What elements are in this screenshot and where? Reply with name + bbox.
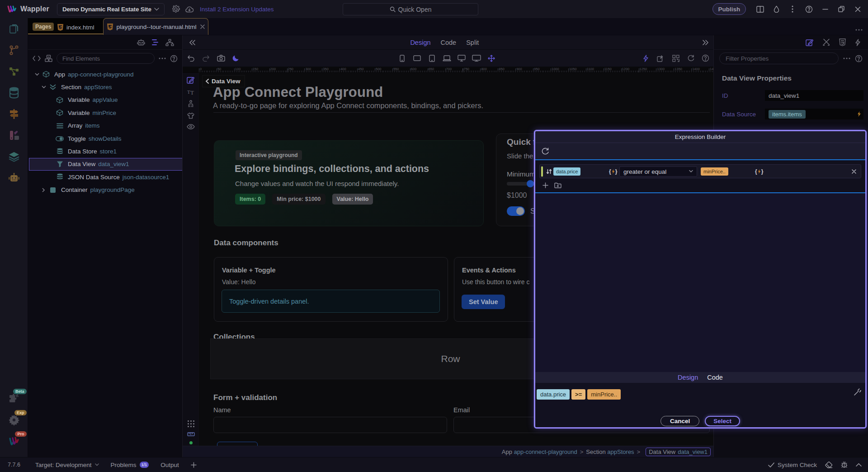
tree-item-json-datasource1[interactable]: JSON Data Sourcejson-datasource1 — [28, 171, 182, 183]
left-operand-chip[interactable]: data.price — [553, 167, 580, 176]
device-fluid-icon[interactable] — [487, 55, 496, 62]
refresh-expression-icon[interactable] — [541, 148, 549, 155]
panel-options-button[interactable] — [855, 25, 863, 32]
device-desktop-large-icon[interactable] — [472, 55, 481, 62]
menu-button[interactable] — [785, 2, 800, 16]
design-help-icon[interactable] — [701, 54, 710, 62]
extensions-download-button[interactable] — [183, 3, 196, 15]
clean-icon[interactable] — [825, 462, 833, 468]
crumb-section[interactable]: Section appStores — [586, 448, 634, 455]
tree-help-icon[interactable] — [170, 55, 178, 62]
settings-button[interactable] — [169, 3, 183, 15]
binding-picker-icon[interactable]: {} — [609, 168, 617, 175]
text-format-icon[interactable]: TT — [187, 89, 194, 95]
collapse-right-icon[interactable] — [702, 40, 709, 45]
tab-design[interactable]: Design — [678, 374, 698, 381]
sidebar-layers-icon[interactable] — [0, 146, 28, 167]
show-toggle[interactable] — [507, 206, 525, 216]
components-icon[interactable] — [45, 55, 52, 62]
undo-icon[interactable] — [184, 55, 198, 62]
qr-code-icon[interactable] — [671, 54, 680, 62]
props-help-icon[interactable] — [855, 55, 863, 62]
edit-page-icon[interactable] — [187, 76, 194, 84]
minimize-button[interactable] — [817, 2, 833, 16]
data-source-input[interactable]: items.items — [765, 109, 863, 119]
device-desktop-icon[interactable] — [457, 55, 466, 62]
help-button[interactable] — [801, 2, 816, 16]
events-bolt-icon[interactable] — [855, 39, 861, 46]
sidebar-wappler-icon[interactable]: Pro — [0, 430, 28, 452]
code-view-icon[interactable] — [33, 56, 41, 61]
system-check-button[interactable]: System Check — [768, 462, 817, 468]
css-icon[interactable] — [839, 38, 846, 46]
tree-item-appValue[interactable]: VariableappValue — [28, 94, 182, 106]
sidebar-puzzle-icon[interactable]: Beta — [0, 388, 28, 409]
tree-item-items[interactable]: Arrayitems — [28, 119, 182, 132]
tree-item-minPrice[interactable]: VariableminPrice — [28, 106, 182, 119]
actions-bolt-icon[interactable] — [642, 54, 650, 62]
sidebar-routes-icon[interactable] — [0, 103, 28, 124]
problems-button[interactable]: Problems 1/1 — [111, 462, 149, 468]
device-phone-icon[interactable] — [397, 55, 406, 62]
add-group-icon[interactable] — [554, 182, 561, 188]
remove-row-icon[interactable] — [852, 169, 856, 174]
add-panel-button[interactable] — [191, 462, 197, 468]
refresh-icon[interactable] — [686, 54, 695, 62]
tab-code[interactable]: Code — [707, 374, 723, 381]
filter-properties-input[interactable]: Filter Properties — [719, 52, 839, 64]
output-button[interactable]: Output — [160, 462, 179, 468]
layout-toggle-button[interactable] — [752, 2, 768, 16]
sidebar-gear-icon[interactable]: Exp — [0, 409, 28, 430]
find-elements-input[interactable]: Find Elements — [57, 53, 155, 64]
dark-mode-icon[interactable] — [228, 55, 243, 62]
redo-icon[interactable] — [198, 55, 213, 62]
sidebar-robot-icon[interactable] — [0, 167, 28, 188]
drag-handle[interactable] — [541, 166, 543, 176]
sidebar-workflows-icon[interactable] — [0, 61, 28, 82]
tab-close-icon[interactable] — [200, 24, 205, 29]
tree-item-showDetails[interactable]: ToggleshowDetails — [28, 132, 182, 145]
device-tablet-landscape-icon[interactable] — [412, 55, 421, 62]
ruler-toggle-icon[interactable] — [187, 432, 195, 436]
design-tools-icon[interactable] — [822, 38, 830, 46]
device-laptop-icon[interactable] — [442, 55, 451, 62]
sidebar-styles-icon[interactable] — [0, 124, 28, 146]
tree-chevron-icon[interactable] — [41, 188, 47, 192]
share-preview-icon[interactable] — [656, 54, 665, 62]
list-view-icon[interactable] — [151, 39, 159, 46]
tree-item-store1[interactable]: Data Storestore1 — [28, 145, 182, 157]
mode-split[interactable]: Split — [466, 39, 479, 46]
more-options-icon[interactable] — [159, 57, 166, 59]
ai-assistant-icon[interactable] — [137, 39, 145, 46]
id-input[interactable]: data_view1 — [765, 90, 863, 101]
properties-tab-icon[interactable] — [806, 38, 813, 46]
toggle-details-panel[interactable]: Toggle-driven details panel. — [222, 290, 440, 313]
right-operand-chip[interactable]: minPrice.. — [701, 167, 728, 176]
crumb-app[interactable]: App app-connect-playground — [502, 448, 577, 455]
tree-item-playgroundPage[interactable]: ContainerplaygroundPage — [28, 184, 182, 196]
set-value-button[interactable]: Set Value — [462, 295, 505, 309]
add-condition-icon[interactable] — [542, 182, 548, 188]
grid-icon[interactable] — [188, 420, 194, 427]
props-more-icon[interactable] — [843, 57, 850, 59]
sidebar-database-icon[interactable] — [0, 82, 28, 103]
project-selector[interactable]: Demo Dynamic Real Estate Site — [57, 3, 165, 15]
name-input[interactable] — [213, 417, 447, 433]
restore-button[interactable] — [834, 2, 849, 16]
binding-picker-icon[interactable]: {} — [755, 168, 763, 175]
publish-button[interactable]: Publish — [712, 3, 746, 15]
mode-design[interactable]: Design — [410, 39, 430, 46]
debug-icon[interactable] — [841, 461, 848, 468]
sort-icon[interactable] — [546, 168, 552, 174]
tree-chevron-icon[interactable] — [41, 86, 47, 89]
close-button[interactable] — [850, 2, 865, 16]
device-tablet-icon[interactable] — [427, 55, 436, 62]
sitemap-view-icon[interactable] — [165, 39, 174, 46]
sidebar-git-icon[interactable] — [0, 39, 28, 61]
sidebar-pages-icon[interactable] — [0, 18, 28, 39]
screenshot-icon[interactable] — [213, 55, 228, 62]
tree-item-appStores[interactable]: SectionappStores — [28, 81, 182, 93]
tab-playground[interactable]: playground--tour-manual.html — [103, 18, 208, 35]
operator-select[interactable]: greater or equal — [619, 166, 697, 176]
tree-item-app-connect-playground[interactable]: Appapp-connect-playground — [28, 68, 182, 81]
